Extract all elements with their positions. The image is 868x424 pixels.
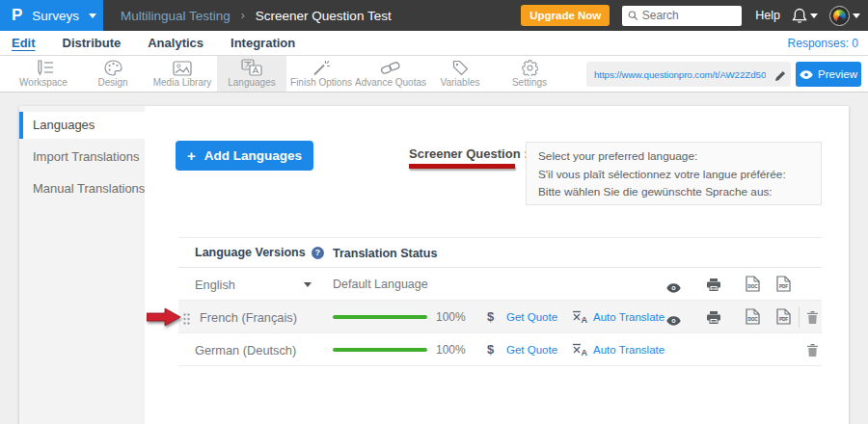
actions-divider: [799, 306, 800, 328]
chevron-down-icon: [810, 13, 818, 18]
global-search[interactable]: [622, 6, 742, 26]
default-language-label: Default Language: [333, 278, 428, 291]
questionpro-logo: P: [12, 6, 22, 25]
breadcrumb-separator: ›: [241, 9, 245, 22]
annotation-red-arrow-icon: [147, 307, 181, 331]
svg-text:DOC: DOC: [747, 284, 758, 289]
translation-progress-bar: [333, 348, 427, 352]
toolbar-item-design[interactable]: Design: [78, 56, 148, 92]
responses-count[interactable]: Responses: 0: [788, 37, 858, 50]
screener-question-label: Screener Question :: [409, 146, 529, 161]
tab-analytics[interactable]: Analytics: [148, 36, 203, 50]
trash-icon[interactable]: [807, 343, 818, 360]
survey-url-field[interactable]: https://www.questionpro.com/t/AW22Zd50: [586, 62, 791, 87]
tab-integration[interactable]: Integration: [231, 36, 295, 50]
trash-icon[interactable]: [807, 310, 818, 328]
pdf-export-icon[interactable]: PDF: [776, 276, 791, 296]
avatar-logo: [833, 10, 846, 22]
add-languages-button[interactable]: + Add Languages: [176, 141, 313, 171]
search-input[interactable]: [642, 9, 737, 22]
design-palette-icon: [104, 60, 122, 76]
table-header: Language Versions ? Translation Status: [178, 237, 822, 268]
languages-main: + Add Languages Screener Question : Sele…: [145, 106, 849, 424]
toolbar-item-advance-quotas[interactable]: Advance Quotas: [356, 56, 425, 92]
toolbar-item-finish-options[interactable]: Finish Options: [286, 56, 356, 92]
svg-text:A: A: [582, 348, 588, 357]
printer-icon[interactable]: [707, 278, 720, 295]
pdf-export-icon[interactable]: PDF: [776, 308, 791, 329]
doc-export-icon[interactable]: DOC: [746, 276, 760, 296]
language-versions-table: Language Versions ? Translation Status E…: [178, 237, 822, 366]
toolbar-item-languages[interactable]: Languages: [217, 56, 286, 92]
top-bar: P Surveys Multilingual Testing › Screene…: [0, 0, 868, 31]
tag-icon: [452, 60, 469, 76]
survey-nav-tabs: Edit Distribute Analytics Integration Re…: [0, 31, 868, 56]
annotation-red-underline: [409, 164, 515, 169]
workspace-icon: [34, 60, 54, 76]
screener-line-english: Select your preferred language:: [538, 147, 809, 166]
surveys-menu[interactable]: P Surveys: [0, 0, 103, 31]
sidebar-item-manual-translations[interactable]: Manual Translations: [19, 175, 145, 202]
get-quote-link[interactable]: Get Quote: [506, 344, 557, 356]
get-quote-link[interactable]: Get Quote: [506, 311, 557, 323]
progress-percent: 100%: [436, 343, 466, 357]
language-name: French (Français): [200, 310, 297, 325]
default-language-dropdown-icon[interactable]: [304, 282, 312, 287]
topbar-right: Upgrade Now Help: [521, 5, 868, 26]
chevron-down-icon: [89, 13, 96, 18]
breadcrumb: Multilingual Testing › Screener Question…: [121, 9, 392, 23]
column-translation-status: Translation Status: [333, 247, 437, 260]
table-row-german: German (Deutsch) 100% $ Get Quote A Auto…: [178, 333, 822, 366]
languages-sidebar: Languages Import Translations Manual Tra…: [19, 106, 145, 424]
tab-edit[interactable]: Edit: [12, 36, 36, 50]
toolbar-item-settings[interactable]: Settings: [495, 56, 564, 92]
language-name: English: [195, 278, 235, 292]
toolbar-item-variables[interactable]: Variables: [425, 56, 495, 92]
screener-line-german: Bitte wählen Sie die gewünschte Sprache …: [538, 183, 809, 201]
auto-translate-icon[interactable]: A: [572, 310, 588, 328]
language-name: German (Deutsch): [195, 343, 296, 358]
gear-icon: [522, 60, 538, 76]
printer-icon[interactable]: [707, 310, 720, 328]
sidebar-item-import-translations[interactable]: Import Translations: [19, 144, 145, 171]
edit-url-pencil-icon[interactable]: [774, 68, 786, 86]
auto-translate-link[interactable]: Auto Translate: [593, 344, 665, 356]
media-library-icon: [173, 60, 192, 76]
languages-panel: Languages Import Translations Manual Tra…: [19, 106, 849, 424]
table-row-english: English Default Language DOC PDF: [178, 268, 822, 301]
surveys-menu-label: Surveys: [32, 9, 79, 23]
breadcrumb-current: Screener Question Test: [256, 9, 392, 23]
content-area: Languages Import Translations Manual Tra…: [0, 93, 868, 424]
chain-links-icon: [380, 60, 401, 76]
chevron-down-icon: [853, 13, 860, 18]
auto-translate-icon[interactable]: A: [572, 343, 588, 360]
svg-text:DOC: DOC: [747, 317, 758, 322]
upgrade-now-button[interactable]: Upgrade Now: [521, 5, 610, 26]
preview-button[interactable]: Preview: [796, 62, 861, 87]
breadcrumb-parent[interactable]: Multilingual Testing: [121, 9, 231, 23]
help-question-icon[interactable]: ?: [312, 247, 324, 259]
progress-percent: 100%: [436, 310, 466, 324]
toolbar-item-workspace[interactable]: Workspace: [9, 56, 78, 92]
bell-icon: [792, 8, 807, 24]
toolbar-item-media-library[interactable]: Media Library: [148, 56, 217, 92]
magic-wand-icon: [312, 60, 330, 76]
screener-line-french: S'il vous plaît sélectionnez votre langu…: [538, 166, 809, 184]
eye-icon[interactable]: [666, 279, 681, 297]
svg-text:A: A: [582, 315, 588, 324]
auto-translate-link[interactable]: Auto Translate: [593, 311, 665, 323]
tab-distribute[interactable]: Distribute: [63, 36, 122, 50]
doc-export-icon[interactable]: DOC: [746, 308, 760, 329]
dollar-icon[interactable]: $: [487, 309, 494, 324]
notifications-menu[interactable]: [792, 8, 818, 24]
account-menu[interactable]: [829, 6, 860, 26]
sidebar-item-languages[interactable]: Languages: [19, 112, 145, 139]
eye-icon[interactable]: [666, 312, 681, 330]
search-icon: [628, 10, 637, 21]
drag-handle-icon[interactable]: [183, 311, 190, 329]
column-language-versions: Language Versions ?: [195, 246, 324, 259]
help-link[interactable]: Help: [755, 9, 780, 22]
svg-text:PDF: PDF: [779, 317, 788, 322]
translation-progress-bar: [333, 315, 427, 319]
dollar-icon[interactable]: $: [487, 342, 494, 357]
